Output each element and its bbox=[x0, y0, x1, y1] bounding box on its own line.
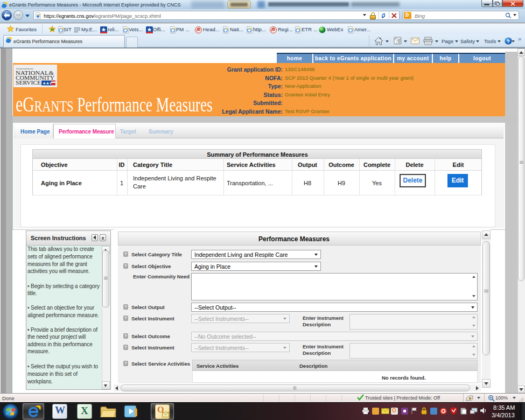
svg-text:?: ? bbox=[507, 38, 510, 44]
svg-text:SERVICE: SERVICE bbox=[16, 80, 41, 86]
